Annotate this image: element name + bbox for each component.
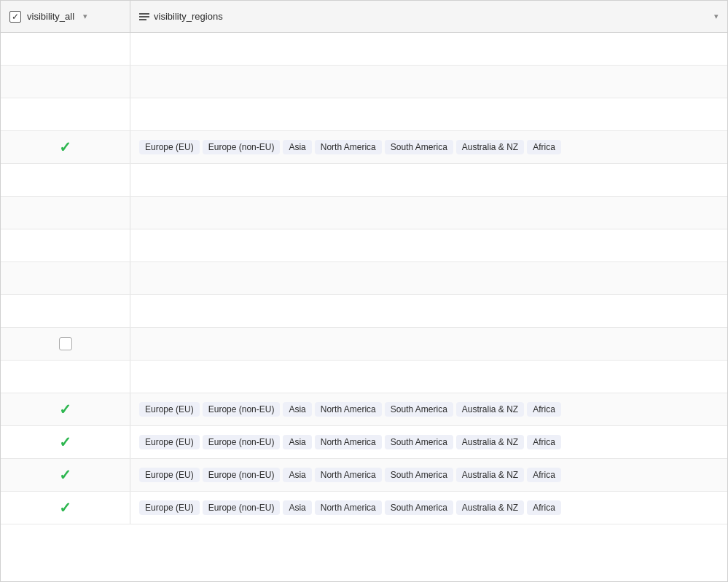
row-col2 [130,262,727,294]
visibility-all-checkbox-icon [9,11,21,23]
region-tag: Asia [283,468,311,482]
col1-label-text: visibility_all [27,11,74,22]
row-col1 [1,361,130,393]
region-tag: Europe (EU) [139,500,200,515]
lines-icon [139,13,149,20]
table-body: ✓ Europe (EU) Europe (non-EU) Asia North… [1,33,727,524]
row-col2 [130,197,727,229]
region-tag: South America [385,140,453,154]
row-col2-regions: Europe (EU) Europe (non-EU) Asia North A… [130,492,727,524]
region-tag: South America [385,468,453,482]
region-tag: Australia & NZ [456,140,524,154]
row-col1 [1,66,130,98]
row-col2-regions: Europe (EU) Europe (non-EU) Asia North A… [130,459,727,491]
col1-header[interactable]: visibility_all ▾ [1,1,130,32]
row-col2 [130,229,727,261]
region-tag: Asia [283,402,311,417]
table-row [1,164,727,197]
region-tag: Asia [283,140,311,154]
region-tag: Africa [527,468,561,482]
row-col1 [1,197,130,229]
col2-chevron-icon[interactable]: ▾ [714,12,719,21]
checkmark-icon: ✓ [59,499,71,516]
region-tag: Europe (EU) [139,435,200,449]
row-col2 [130,295,727,327]
row-col1 [1,262,130,294]
region-tag: Europe (non-EU) [203,468,281,482]
table-row [1,33,727,66]
table-row: ✓ Europe (EU) Europe (non-EU) Asia North… [1,426,727,459]
checkmark-icon: ✓ [59,433,71,451]
row-col1 [1,33,130,65]
table-row [1,328,727,361]
table-row: ✓ Europe (EU) Europe (non-EU) Asia North… [1,393,727,426]
row-col1: ✓ [1,426,130,458]
table-row [1,361,727,393]
region-tag: Europe (non-EU) [203,140,281,154]
region-tag: North America [315,435,382,449]
region-tag: Europe (EU) [139,140,200,154]
region-tag: North America [315,402,382,417]
row-col1: ✓ [1,459,130,491]
table-row [1,262,727,295]
checkmark-icon: ✓ [59,466,71,484]
col1-chevron-icon[interactable]: ▾ [83,12,87,21]
row-col1[interactable] [1,328,130,360]
region-tag: Africa [527,435,561,449]
table-row [1,98,727,131]
main-table: visibility_all ▾ visibility_regions ▾ [0,0,728,582]
row-col1 [1,98,130,130]
row-col1 [1,295,130,327]
region-tag: Australia & NZ [456,468,524,482]
region-tag: Australia & NZ [456,500,524,515]
row-col2-regions: Europe (EU) Europe (non-EU) Asia North A… [130,426,727,458]
row-col1: ✓ [1,393,130,425]
region-tag: Europe (non-EU) [203,500,281,515]
row-col2-regions: Europe (EU) Europe (non-EU) Asia North A… [130,131,727,163]
region-tag: Europe (non-EU) [203,402,281,417]
row-col2 [130,164,727,196]
col2-label-text: visibility_regions [154,11,223,22]
col1-header-label: visibility_all [27,11,74,22]
table-row: ✓ Europe (EU) Europe (non-EU) Asia North… [1,459,727,492]
empty-checkbox[interactable] [59,337,72,350]
row-col1: ✓ [1,492,130,524]
region-tag: Europe (EU) [139,468,200,482]
region-tag: Australia & NZ [456,402,524,417]
row-col2 [130,33,727,65]
row-col1: ✓ [1,131,130,163]
table-row [1,66,727,98]
region-tag: Europe (EU) [139,402,200,417]
table-row [1,229,727,262]
col2-header[interactable]: visibility_regions ▾ [130,1,727,32]
checkmark-icon: ✓ [59,138,71,156]
row-col2 [130,98,727,130]
region-tag: North America [315,140,382,154]
table-row: ✓ Europe (EU) Europe (non-EU) Asia North… [1,131,727,164]
row-col2-regions: Europe (EU) Europe (non-EU) Asia North A… [130,393,727,425]
row-col2 [130,328,727,360]
row-col2 [130,361,727,393]
table-row [1,295,727,328]
row-col2 [130,66,727,98]
table-row: ✓ Europe (EU) Europe (non-EU) Asia North… [1,492,727,524]
checkmark-icon: ✓ [59,401,71,418]
region-tag: Europe (non-EU) [203,435,281,449]
col2-header-label: visibility_regions [139,11,223,22]
region-tag: Australia & NZ [456,435,524,449]
region-tag: Africa [527,402,561,417]
region-tag: South America [385,500,453,515]
region-tag: South America [385,435,453,449]
region-tag: Asia [283,500,311,515]
region-tag: Asia [283,435,311,449]
region-tag: North America [315,500,382,515]
region-tag: Africa [527,140,561,154]
region-tag: South America [385,402,453,417]
row-col1 [1,164,130,196]
region-tag: Africa [527,500,561,515]
table-header: visibility_all ▾ visibility_regions ▾ [1,1,727,33]
row-col1 [1,229,130,261]
region-tag: North America [315,468,382,482]
table-row [1,197,727,229]
